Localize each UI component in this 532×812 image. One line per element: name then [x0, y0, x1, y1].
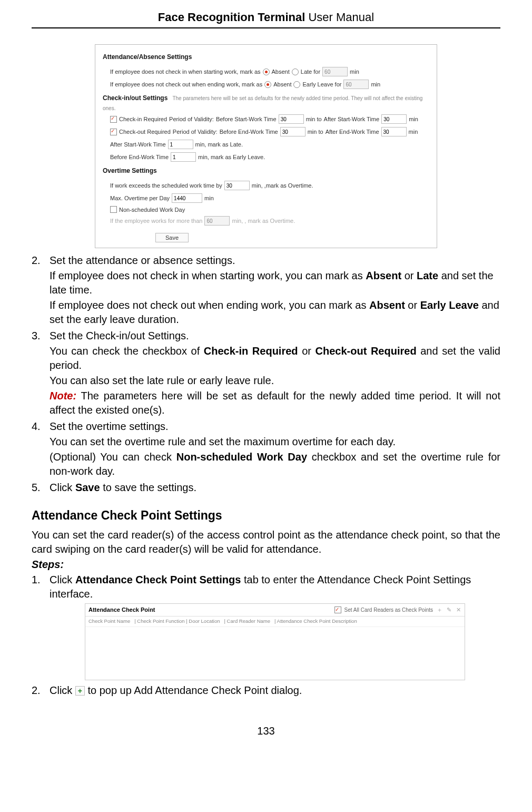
- step4-line2: (Optional) You can check Non-scheduled W…: [50, 450, 500, 478]
- absent-label-2: Absent: [273, 81, 291, 87]
- save-button[interactable]: Save: [155, 233, 189, 242]
- checkpoint-empty-area: [85, 627, 465, 680]
- max-overtime-label: Max. Overtime per Day: [110, 195, 170, 201]
- checkinout-heading: Check-in/out Settings: [103, 94, 168, 102]
- period-validity-label: Period of Validity:: [169, 116, 214, 122]
- plus-icon[interactable]: +: [75, 686, 85, 696]
- step2-line2: If employee does not check out when endi…: [50, 298, 500, 327]
- checkpoint-heading: Attendance Check Point Settings: [32, 507, 500, 524]
- early-leave-input[interactable]: [343, 80, 369, 89]
- nonscheduled-checkbox[interactable]: [110, 206, 117, 213]
- mark-late-label: min, mark as Late.: [195, 141, 243, 148]
- early-leave-for-label: Early Leave for: [302, 81, 341, 87]
- header-title-rest: User Manual: [305, 11, 374, 24]
- after-end-input[interactable]: [381, 127, 407, 136]
- mark-overtime-label: min, ,mark as Overtime.: [252, 182, 313, 189]
- after-start-work-label: After Start-Work Time: [110, 141, 166, 148]
- step5-text: Click Save to save the settings.: [50, 481, 500, 495]
- step2-line1: If employee does not check in when start…: [50, 269, 500, 297]
- setall-checkbox[interactable]: [334, 606, 341, 613]
- checkpoint-panel-title: Attendance Check Point: [88, 606, 155, 614]
- document-body: 2. Set the attendance or absence setting…: [32, 253, 500, 699]
- cp-step2-text: Click + to pop up Add Attendance Check P…: [50, 683, 500, 698]
- checkout-required-label: Check-out Required: [119, 129, 171, 135]
- overtime-threshold-input[interactable]: [224, 181, 250, 190]
- step2-head: Set the attendance or absence settings.: [50, 253, 500, 268]
- overtime-heading: Overtime Settings: [103, 167, 157, 174]
- absent-out-label: If employee does not check out when endi…: [110, 81, 262, 87]
- late-threshold-input[interactable]: [168, 140, 193, 149]
- edit-icon[interactable]: ✎: [446, 606, 452, 613]
- period-validity-label-2: Period of Validity:: [173, 129, 218, 135]
- checkin-required-checkbox[interactable]: [110, 116, 117, 123]
- page-number: 133: [32, 725, 500, 737]
- cp-step-number-1: 1.: [32, 573, 50, 682]
- late-for-radio[interactable]: [292, 69, 299, 75]
- min-label-2: min: [371, 81, 380, 87]
- checkpoint-intro: You can set the card reader(s) of the ac…: [32, 528, 500, 556]
- min-label-3: min: [409, 116, 418, 122]
- before-end-work-label: Before End-Work Time: [110, 154, 169, 160]
- min-to-2: min to: [308, 129, 323, 135]
- works-more-input[interactable]: [204, 216, 230, 226]
- add-icon[interactable]: ＋: [436, 606, 442, 613]
- step-number-3: 3.: [32, 329, 50, 418]
- absent-out-radio[interactable]: [264, 81, 271, 88]
- checkout-required-checkbox[interactable]: [110, 129, 117, 135]
- step-number-5: 5.: [32, 481, 50, 496]
- absent-label: Absent: [272, 69, 290, 75]
- absent-in-radio[interactable]: [263, 69, 270, 75]
- works-more-suffix: min, , mark as Overtime.: [232, 218, 295, 224]
- exceed-label: If work exceeds the scheduled work time …: [110, 182, 222, 189]
- step3-line1: You can check the checkbox of Check-in R…: [50, 344, 500, 373]
- max-overtime-input[interactable]: [172, 193, 202, 203]
- early-leave-radio[interactable]: [293, 81, 300, 88]
- checkpoint-panel: Attendance Check Point Set All Card Read…: [85, 603, 465, 680]
- before-start-label: Before Start-Work Time: [216, 116, 277, 122]
- early-threshold-input[interactable]: [171, 152, 196, 162]
- col-checkpoint-name: Check Point Name: [88, 618, 130, 625]
- attendance-settings-panel: Attendance/Absence Settings If employee …: [95, 44, 437, 248]
- col-description: | Attendance Check Point Description: [274, 618, 357, 625]
- cp-step1-text: Click Attendance Check Point Settings ta…: [50, 573, 500, 601]
- step-number-4: 4.: [32, 419, 50, 480]
- min-label: min: [350, 69, 359, 75]
- late-for-label: Late for: [301, 69, 320, 75]
- cp-step-number-2: 2.: [32, 683, 50, 699]
- works-more-label: If the employee works for more than: [110, 218, 202, 224]
- checkin-required-label: Check-in Required: [119, 116, 167, 122]
- steps-label: Steps:: [32, 557, 500, 572]
- before-start-input[interactable]: [279, 114, 304, 124]
- min-to-1: min to: [306, 116, 322, 122]
- step4-head: Set the overtime settings.: [50, 419, 500, 434]
- after-start-label: After Start-Work Time: [324, 116, 380, 122]
- checkpoint-columns: Check Point Name | Check Point Function …: [85, 617, 465, 627]
- step3-note: Note: The parameters here will be set as…: [50, 389, 500, 417]
- col-card-reader: | Card Reader Name: [224, 618, 270, 625]
- late-for-input[interactable]: [322, 67, 348, 76]
- page-header: Face Recognition Terminal User Manual: [32, 11, 500, 28]
- before-end-label: Before End-Work Time: [220, 129, 278, 135]
- absent-in-label: If employee does not check in when start…: [110, 69, 261, 75]
- delete-icon[interactable]: ✕: [455, 606, 461, 613]
- step3-head: Set the Check-in/out Settings.: [50, 329, 500, 343]
- after-start-input[interactable]: [381, 114, 407, 124]
- setall-label: Set All Card Readers as Check Points: [344, 606, 433, 614]
- mark-early-label: min, mark as Early Leave.: [198, 154, 265, 160]
- col-function-door: | Check Point Function | Door Location: [134, 618, 220, 625]
- nonscheduled-label: Non-scheduled Work Day: [119, 207, 185, 213]
- min-label-5: min: [204, 195, 214, 201]
- min-label-4: min: [409, 129, 418, 135]
- step4-line1: You can set the overtime rule and set th…: [50, 435, 500, 449]
- header-title-bold: Face Recognition Terminal: [158, 11, 306, 24]
- before-end-input[interactable]: [280, 127, 306, 136]
- step3-line2: You can also set the late rule or early …: [50, 374, 500, 388]
- attendance-absence-heading: Attendance/Absence Settings: [103, 53, 192, 61]
- after-end-label: After End-Work Time: [326, 129, 379, 135]
- step-number-2: 2.: [32, 253, 50, 328]
